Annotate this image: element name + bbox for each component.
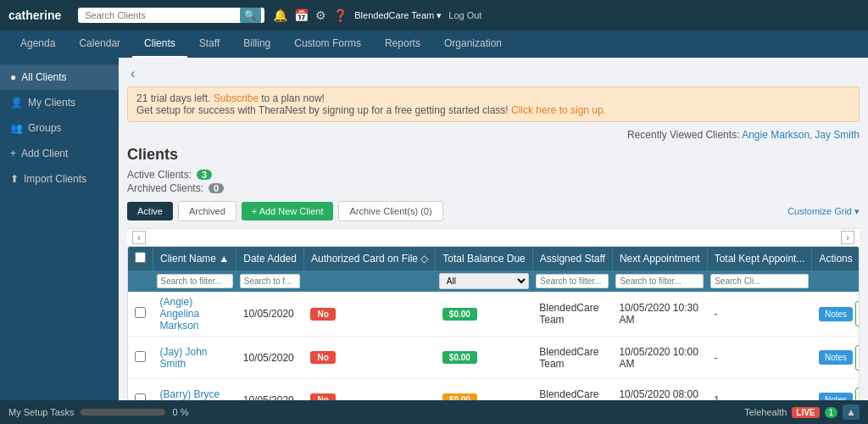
row-client-name-cell: (Jay) John Smith xyxy=(153,337,236,379)
client-name-link-2[interactable]: (Jay) John Smith xyxy=(160,346,208,370)
filter-name-input[interactable] xyxy=(157,274,233,288)
row-appt-cell: 10/05/2020 10:00 AM xyxy=(612,337,707,379)
row-checkbox-cell xyxy=(128,337,153,379)
search-input[interactable] xyxy=(78,8,264,23)
client-name-link-1[interactable]: (Angie) Angelina Markson xyxy=(160,296,200,332)
col-date-added[interactable]: Date Added xyxy=(236,247,304,271)
telehealth-expand-button[interactable]: ▲ xyxy=(843,404,860,420)
filter-kept-input[interactable] xyxy=(710,274,809,288)
filter-balance-select[interactable]: All xyxy=(439,273,529,289)
sidebar-item-groups[interactable]: 👥 Groups xyxy=(0,115,119,141)
search-button[interactable]: 🔍 xyxy=(240,8,261,23)
row-date-cell: 10/05/2020 xyxy=(236,337,304,379)
filter-date-input[interactable] xyxy=(240,274,301,288)
row-checkbox-2[interactable] xyxy=(135,351,146,362)
col-next-appt[interactable]: Next Appointment xyxy=(612,247,707,271)
select-all-checkbox[interactable] xyxy=(135,252,146,263)
nav-item-organization[interactable]: Organization xyxy=(432,31,514,58)
active-count-label: Active Clients: xyxy=(127,169,192,181)
help-icon[interactable]: ❓ xyxy=(333,8,348,22)
my-clients-icon: 👤 xyxy=(10,97,23,109)
archived-tab-button[interactable]: Archived xyxy=(178,201,236,221)
signup-link[interactable]: Click here to sign up. xyxy=(511,104,606,116)
banner-text2: to a plan now! xyxy=(261,92,325,104)
active-tab-button[interactable]: Active xyxy=(127,202,173,220)
logout-button[interactable]: Log Out xyxy=(448,10,481,20)
table-row: (Angie) Angelina Markson 10/05/2020 No $… xyxy=(128,292,859,337)
notification-icon[interactable]: 🔔 xyxy=(273,8,287,22)
sidebar-item-my-clients[interactable]: 👤 My Clients xyxy=(0,90,119,115)
settings-icon[interactable]: ⚙ xyxy=(315,8,326,22)
col-card-on-file[interactable]: Authorized Card on File ◇ xyxy=(303,247,435,271)
nav-item-clients[interactable]: Clients xyxy=(132,31,187,58)
card-badge-1: No xyxy=(310,308,335,321)
scroll-left-button[interactable]: ‹ xyxy=(132,231,146,244)
filter-date-cell xyxy=(236,271,304,292)
row-appt-cell: 10/05/2020 10:30 AM xyxy=(612,292,707,337)
sidebar-item-import-clients[interactable]: ⬆ Import Clients xyxy=(0,166,119,192)
col-kept-appts[interactable]: Total Kept Appoint... xyxy=(707,247,812,271)
col-balance[interactable]: Total Balance Due xyxy=(436,247,532,271)
action-btns-1: Notes $ Ledger 📅 Appointments ▾ Archive … xyxy=(819,298,859,331)
progress-bar-container xyxy=(81,409,165,416)
recent-client-1[interactable]: Angie Markson xyxy=(742,129,810,141)
notes-button-1[interactable]: Notes xyxy=(819,307,853,321)
setup-tasks: My Setup Tasks 0 % xyxy=(8,407,188,417)
nav-item-staff[interactable]: Staff xyxy=(187,31,231,58)
recent-client-2[interactable]: Jay Smith xyxy=(815,129,860,141)
recently-viewed: Recently Viewed Clients: Angie Markson, … xyxy=(127,129,860,141)
row-actions-cell: Notes $ Ledger 📅 Appointments ▾ Archive … xyxy=(812,292,859,337)
row-card-cell: No xyxy=(303,337,435,379)
page-title: Clients xyxy=(127,146,860,164)
content-area: ‹ 21 trial days left. Subscribe to a pla… xyxy=(119,58,868,424)
nav-item-agenda[interactable]: Agenda xyxy=(8,31,67,58)
row-balance-cell: $0.00 xyxy=(436,292,532,337)
nav-bar: Agenda Calendar Clients Staff Billing Cu… xyxy=(0,31,868,58)
brand-logo: catherine xyxy=(8,8,61,22)
table-row: (Jay) John Smith 10/05/2020 No $0.00 Ble… xyxy=(128,337,859,379)
client-counts: Active Clients: 3 Archived Clients: 0 xyxy=(127,169,860,194)
top-icons: 🔔 📅 ⚙ ❓ xyxy=(273,8,348,22)
balance-badge-1: $0.00 xyxy=(442,308,477,321)
banner-text1: 21 trial days left. xyxy=(136,92,214,104)
nav-item-custom-forms[interactable]: Custom Forms xyxy=(282,31,373,58)
archived-count-row: Archived Clients: 0 xyxy=(127,182,860,194)
customize-grid-button[interactable]: Customize Grid ▾ xyxy=(787,206,860,217)
nav-item-billing[interactable]: Billing xyxy=(231,31,282,58)
ledger-button-2[interactable]: $ Ledger xyxy=(855,345,859,371)
ledger-button-1[interactable]: $ Ledger xyxy=(855,301,859,326)
top-bar: catherine 🔍 🔔 📅 ⚙ ❓ BlendedCare Team ▾ L… xyxy=(0,0,868,31)
col-staff[interactable]: Assigned Staff xyxy=(532,247,612,271)
add-new-client-button[interactable]: + Add New Client xyxy=(242,202,334,220)
row-checkbox-1[interactable] xyxy=(135,307,146,318)
all-clients-icon: ● xyxy=(10,71,16,83)
calendar-icon[interactable]: 📅 xyxy=(294,8,309,22)
filter-appt-cell xyxy=(612,271,707,292)
filter-appt-input[interactable] xyxy=(615,274,704,288)
bottom-bar: My Setup Tasks 0 % Telehealth LIVE 1 ▲ xyxy=(0,400,868,424)
sidebar-item-add-client[interactable]: + Add Client xyxy=(0,141,119,166)
nav-item-calendar[interactable]: Calendar xyxy=(67,31,132,58)
sidebar-item-all-clients[interactable]: ● All Clients xyxy=(0,64,119,90)
archived-count-label: Archived Clients: xyxy=(127,182,203,194)
telehealth-bar: Telehealth LIVE 1 ▲ xyxy=(744,404,860,420)
back-arrow[interactable]: ‹ xyxy=(127,64,138,83)
row-kept-cell: - xyxy=(707,337,812,379)
nav-item-reports[interactable]: Reports xyxy=(373,31,432,58)
archive-selected-button[interactable]: Archive Client(s) (0) xyxy=(338,201,442,221)
main-layout: ● All Clients 👤 My Clients 👥 Groups + Ad… xyxy=(0,58,868,424)
banner-text3: Get setup for success with TheraNest by … xyxy=(136,104,511,116)
col-actions: Actions xyxy=(812,247,859,271)
scroll-right-button[interactable]: › xyxy=(841,231,854,244)
filter-staff-input[interactable] xyxy=(536,274,609,288)
add-client-icon: + xyxy=(10,148,16,159)
user-menu[interactable]: BlendedCare Team ▾ xyxy=(354,10,442,21)
action-btns-2: Notes $ Ledger 📅 Appointments ▾ Archive … xyxy=(819,341,859,374)
col-client-name[interactable]: Client Name ▲ xyxy=(153,247,236,271)
search-container: 🔍 xyxy=(78,8,264,23)
subscribe-link[interactable]: Subscribe xyxy=(214,92,259,104)
table-header-row: Client Name ▲ Date Added Authorized Card… xyxy=(128,247,859,271)
row-staff-cell: BlendedCare Team xyxy=(532,337,612,379)
live-badge: LIVE xyxy=(792,407,819,418)
notes-button-2[interactable]: Notes xyxy=(819,350,853,365)
